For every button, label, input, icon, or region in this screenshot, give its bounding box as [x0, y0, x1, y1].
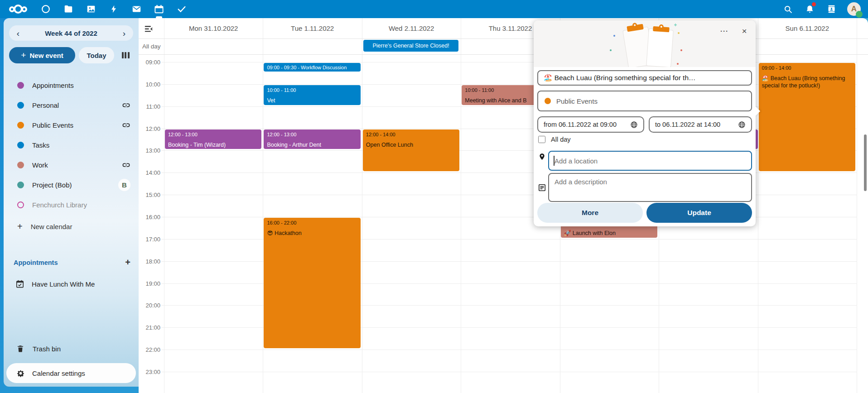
- calendar-event[interactable]: 12:00 - 13:00Booking - Arthur Dent: [264, 129, 360, 149]
- calendar-event[interactable]: 10:00 - 11:00Vet: [264, 85, 360, 105]
- calendar-item-label: Public Events: [32, 121, 122, 129]
- calendar-event[interactable]: 16:00 - 22:00😎 Hackathon: [264, 218, 360, 348]
- add-appointment-button[interactable]: +: [125, 257, 130, 268]
- grid-column-line: [758, 18, 758, 393]
- calendar-icon-active[interactable]: [153, 3, 165, 15]
- calendar-picker[interactable]: Public Events: [537, 91, 752, 111]
- calendar-settings-button[interactable]: Calendar settings: [6, 363, 136, 383]
- hour-label: 09:00: [139, 59, 161, 66]
- more-options-icon[interactable]: ···: [718, 24, 731, 38]
- hour-gridline: [139, 372, 857, 372]
- hour-gridline: [139, 283, 857, 284]
- calendar-color-dot: [17, 82, 24, 89]
- description-textarea[interactable]: [548, 173, 752, 202]
- hour-label: 19:00: [139, 280, 161, 287]
- hour-label: 23:00: [139, 368, 161, 375]
- hour-gridline: [139, 350, 857, 350]
- tasks-icon[interactable]: [176, 3, 188, 15]
- sidebar-calendar-item-appointments[interactable]: Appointments: [4, 75, 139, 95]
- avatar[interactable]: A: [847, 2, 861, 16]
- event-time: 12:00 - 13:00: [168, 131, 258, 138]
- hour-label: 12:00: [139, 125, 161, 132]
- sidebar-calendar-item-tasks[interactable]: Tasks: [4, 135, 139, 155]
- view-mode-toggle[interactable]: [118, 48, 133, 63]
- active-app-indicator: [156, 16, 162, 19]
- calendar-item-label: Personal: [32, 101, 122, 109]
- nextcloud-logo[interactable]: [9, 5, 27, 14]
- event-time: 12:00 - 14:00: [366, 131, 456, 138]
- mail-icon[interactable]: [130, 3, 142, 15]
- grid-column-line: [164, 18, 164, 393]
- share-link-icon: [122, 121, 130, 129]
- timezone-globe-icon[interactable]: [738, 121, 746, 129]
- calendar-event[interactable]: 09:00 - 14:00🏖️ Beach Luau (Bring someth…: [759, 63, 855, 171]
- next-week-button[interactable]: ›: [118, 27, 130, 39]
- hour-label: 14:00: [139, 169, 161, 176]
- new-event-label: New event: [29, 52, 63, 59]
- top-bar: A: [0, 0, 868, 18]
- search-icon[interactable]: [782, 3, 794, 15]
- all-day-event[interactable]: Pierre's General Store Closed!: [363, 40, 458, 52]
- sidebar-calendar-item-work[interactable]: Work: [4, 155, 139, 175]
- dashboard-icon[interactable]: [40, 3, 52, 15]
- plus-icon: +: [17, 221, 23, 232]
- appointment-item[interactable]: Have Lunch With Me: [4, 274, 139, 294]
- share-link-icon[interactable]: [122, 121, 130, 129]
- calendar-color-dot: [17, 201, 24, 208]
- status-online-dot: [856, 11, 863, 18]
- sidebar-calendar-item-personal[interactable]: Personal: [4, 95, 139, 115]
- description-icon: [538, 183, 546, 192]
- event-title: 🏖️ Beach Luau (Bring something special f…: [762, 75, 852, 89]
- event-title: 😎 Hackathon: [267, 230, 357, 237]
- grid-column-line: [857, 18, 857, 393]
- contacts-icon[interactable]: [825, 3, 837, 15]
- calendar-settings-label: Calendar settings: [32, 369, 85, 377]
- event-title: 🚀 Launch with Elon: [564, 230, 654, 237]
- notification-badge: [812, 2, 816, 6]
- all-day-label: All day: [139, 38, 164, 54]
- gear-icon: [16, 369, 25, 378]
- sidebar-calendar-item-public-events[interactable]: Public Events: [4, 115, 139, 135]
- close-icon[interactable]: ×: [738, 24, 751, 38]
- previous-week-button[interactable]: ‹: [12, 27, 24, 39]
- new-calendar-button[interactable]: + New calendar: [4, 216, 139, 236]
- allday-separator: [139, 54, 868, 55]
- location-input[interactable]: [548, 151, 752, 171]
- sidebar-calendar-item-project-bob-[interactable]: Project (Bob)B: [4, 175, 139, 195]
- more-button[interactable]: More: [537, 203, 643, 223]
- share-link-icon[interactable]: [122, 161, 130, 169]
- files-icon[interactable]: [63, 3, 74, 15]
- new-event-button[interactable]: + New event: [9, 47, 75, 63]
- event-time: 12:00 - 13:00: [267, 131, 357, 138]
- photos-icon[interactable]: [85, 3, 97, 15]
- update-button[interactable]: Update: [646, 203, 752, 223]
- calendar-event[interactable]: 12:00 - 13:00Booking - Tim (Wizard): [165, 129, 261, 149]
- calendar-color-dot: [17, 122, 24, 129]
- collapse-sidebar-icon[interactable]: [144, 25, 153, 34]
- event-title-field[interactable]: 🏖️ Beach Luau (Bring something special f…: [537, 70, 752, 86]
- hour-gridline: [139, 261, 857, 262]
- notifications-bell-icon[interactable]: [804, 3, 815, 15]
- event-time: 10:00 - 11:00: [267, 87, 357, 94]
- all-day-checkbox-row: All day: [538, 136, 571, 143]
- share-link-icon[interactable]: [122, 101, 130, 110]
- today-button[interactable]: Today: [79, 47, 114, 63]
- vertical-scrollbar[interactable]: [864, 134, 867, 191]
- sidebar-calendar-item-fenchurch-library[interactable]: Fenchurch Library: [4, 195, 139, 215]
- from-datetime-field[interactable]: from 06.11.2022 at 09:00: [537, 116, 644, 133]
- event-time: 16:00 - 22:00: [267, 220, 357, 226]
- logo-ring: [21, 6, 27, 12]
- all-day-checkbox[interactable]: [538, 136, 545, 143]
- hour-label: 17:00: [139, 235, 161, 242]
- activity-icon[interactable]: [108, 3, 120, 15]
- calendar-picker-value: Public Events: [556, 97, 598, 105]
- timezone-globe-icon[interactable]: [630, 121, 638, 129]
- calendar-list: AppointmentsPersonalPublic EventsTasksWo…: [4, 75, 139, 215]
- to-datetime-field[interactable]: to 06.11.2022 at 14:00: [649, 116, 752, 133]
- calendar-event[interactable]: 12:00 - 14:00Open Office Lunch: [363, 129, 459, 172]
- calendar-event[interactable]: 09:00 - 09:30 - Workflow Discussion: [264, 63, 360, 72]
- calendar-color-dot: [17, 162, 24, 168]
- calendar-item-label: Appointments: [32, 81, 130, 89]
- trash-bin-button[interactable]: Trash bin: [4, 339, 139, 359]
- trash-bin-label: Trash bin: [33, 345, 61, 353]
